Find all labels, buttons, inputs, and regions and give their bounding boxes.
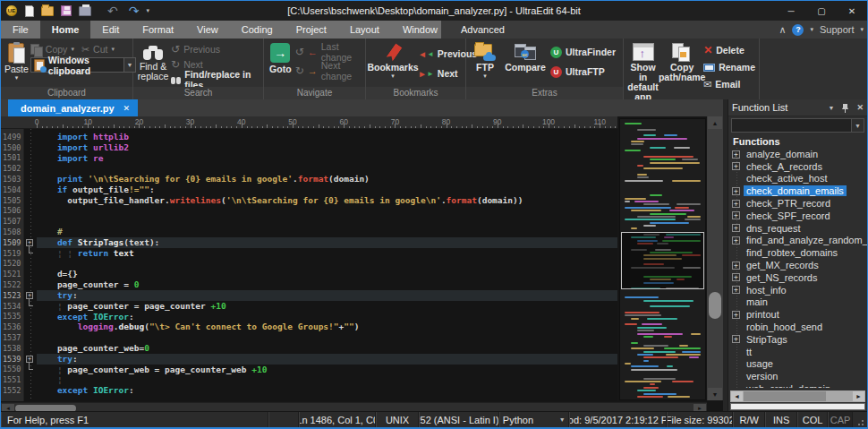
panel-scroll-left-icon[interactable]: ◄ bbox=[731, 391, 743, 401]
next-change-button[interactable]: ↻ → Next change bbox=[295, 64, 362, 78]
function-list-item[interactable]: +dns_request bbox=[728, 222, 867, 235]
function-list-item[interactable]: version bbox=[728, 370, 867, 382]
code-line[interactable]: 1509+ def StripTags(text): bbox=[1, 237, 617, 248]
function-name[interactable]: StripTags bbox=[744, 334, 790, 345]
function-list-item[interactable]: +check_SPF_record bbox=[728, 210, 867, 222]
close-button[interactable]: ✕ bbox=[837, 1, 867, 21]
function-list-item[interactable]: main bbox=[728, 296, 867, 309]
code-area[interactable]: 1499 import httplib1500 import urllib215… bbox=[1, 129, 617, 401]
function-filter-dropdown-icon[interactable]: ▼ bbox=[851, 119, 864, 132]
panel-footer-field[interactable] bbox=[730, 403, 865, 410]
function-name[interactable]: check_SPF_record bbox=[744, 210, 833, 221]
open-file-icon[interactable] bbox=[41, 6, 54, 16]
pin-icon[interactable] bbox=[841, 103, 849, 113]
rename-file-button[interactable]: Rename bbox=[703, 60, 755, 74]
status-caret-position[interactable]: Ln 1486, Col 1, C0 bbox=[299, 412, 376, 427]
code-text[interactable]: page_counter_web=0 bbox=[37, 343, 617, 354]
find-replace-button[interactable]: Find & replace bbox=[137, 41, 169, 82]
help-icon[interactable]: ? bbox=[792, 24, 804, 36]
support-dropdown-icon[interactable]: ▾ bbox=[860, 26, 864, 33]
code-text[interactable]: ¦ page_counter = page_counter +10 bbox=[37, 301, 617, 312]
ultrafinder-button[interactable]: U UltraFinder bbox=[550, 45, 616, 59]
paste-button[interactable]: Paste ▾ bbox=[4, 41, 29, 80]
code-text[interactable]: page_counter = 0 bbox=[37, 279, 617, 290]
status-line-ending[interactable]: UNIX bbox=[376, 412, 419, 427]
tree-expand-icon[interactable]: + bbox=[732, 224, 740, 232]
code-line[interactable]: 1537 bbox=[1, 332, 617, 343]
code-text[interactable]: try: bbox=[37, 354, 617, 365]
tree-expand-icon[interactable]: + bbox=[732, 286, 740, 294]
function-list-item[interactable]: usage bbox=[728, 358, 867, 371]
fold-expand-icon[interactable]: + bbox=[26, 239, 33, 246]
function-name[interactable]: check_domain_emails bbox=[744, 185, 847, 196]
minimap-viewport[interactable] bbox=[621, 232, 704, 289]
code-text[interactable]: d={} bbox=[37, 269, 617, 279]
code-text[interactable]: import urllib2 bbox=[37, 142, 617, 153]
menu-item-edit[interactable]: Edit bbox=[90, 21, 131, 39]
windows-clipboard-dropdown-icon[interactable]: ▼ bbox=[123, 58, 135, 72]
code-line[interactable]: 1504 if output_file!="": bbox=[1, 184, 617, 195]
tree-expand-icon[interactable]: + bbox=[732, 162, 740, 170]
redo-icon[interactable]: ↷ bbox=[129, 4, 140, 17]
function-name[interactable]: dns_request bbox=[744, 223, 804, 234]
tree-expand-icon[interactable]: + bbox=[732, 273, 740, 281]
menu-item-format[interactable]: Format bbox=[131, 21, 185, 39]
code-text[interactable]: # bbox=[37, 227, 617, 237]
function-name[interactable]: check_active_host bbox=[744, 173, 830, 184]
resize-grip[interactable] bbox=[853, 412, 867, 427]
code-line[interactable]: 1502 bbox=[1, 163, 617, 174]
compare-button[interactable]: uc Compare bbox=[502, 41, 549, 73]
vertical-scrollbar-thumb[interactable] bbox=[709, 292, 721, 319]
function-list-item[interactable]: +analyze_domain bbox=[728, 148, 867, 160]
status-read-write[interactable]: R/W bbox=[733, 412, 765, 427]
fold-expand-icon[interactable]: + bbox=[26, 292, 33, 299]
code-text[interactable]: try: bbox=[37, 290, 617, 301]
menu-item-advanced[interactable]: Advanced bbox=[449, 21, 516, 39]
menu-item-view[interactable]: View bbox=[185, 21, 230, 39]
code-line[interactable]: 1506 bbox=[1, 206, 617, 217]
code-text[interactable]: except IOError: bbox=[37, 312, 617, 322]
show-in-default-app-button[interactable]: Show in default app bbox=[625, 41, 660, 102]
function-list-item[interactable]: find_robtex_domains bbox=[728, 246, 867, 259]
status-syntax-language[interactable]: Python▼ bbox=[499, 412, 569, 427]
function-name[interactable]: usage bbox=[744, 358, 776, 369]
tree-root[interactable]: Functions bbox=[728, 135, 867, 148]
function-list-item[interactable]: +check_A_records bbox=[728, 160, 867, 173]
code-line[interactable]: 1508 # bbox=[1, 227, 617, 237]
function-name[interactable]: robin_hood_send bbox=[744, 322, 825, 332]
code-line[interactable]: 1550 ¦ page_counter_web = page_counter_w… bbox=[1, 365, 617, 375]
code-line[interactable]: 1500 import urllib2 bbox=[1, 142, 617, 153]
code-line[interactable]: 1507 bbox=[1, 216, 617, 227]
code-line[interactable]: 1539+ try: bbox=[1, 354, 617, 365]
fold-expand-icon[interactable]: + bbox=[26, 356, 33, 363]
code-text[interactable]: output_file_handler.writelines('\n\tSear… bbox=[37, 195, 617, 206]
code-line[interactable]: 1534 ¦ page_counter = page_counter +10 bbox=[1, 301, 617, 312]
qat-customize-icon[interactable]: ▾ bbox=[146, 7, 149, 14]
app-logo-icon[interactable]: UE bbox=[5, 4, 18, 17]
function-list-item[interactable]: web_crawl_domain bbox=[728, 382, 867, 388]
tree-expand-icon[interactable]: + bbox=[732, 211, 740, 219]
tree-expand-icon[interactable]: + bbox=[732, 335, 740, 343]
function-list-item[interactable]: +printout bbox=[728, 308, 867, 321]
status-caps-lock[interactable]: CAP bbox=[828, 412, 853, 427]
menu-item-coding[interactable]: Coding bbox=[230, 21, 285, 39]
bookmarks-button[interactable]: Bookmarks ▾ bbox=[370, 41, 416, 78]
code-line[interactable]: 1503 print '\n\tSearching for {0} emails… bbox=[1, 174, 617, 184]
status-encoding[interactable]: 1252 (ANSI - Latin I)▼ bbox=[419, 412, 499, 427]
function-list-item[interactable]: +check_domain_emails bbox=[728, 184, 867, 197]
code-line[interactable]: 1523+ try: bbox=[1, 290, 617, 301]
function-name[interactable]: printout bbox=[744, 309, 782, 320]
tree-expand-icon[interactable]: + bbox=[732, 150, 740, 159]
email-file-button[interactable]: ✉ Email bbox=[703, 77, 755, 91]
maximize-button[interactable]: ▢ bbox=[806, 1, 837, 21]
menu-item-window[interactable]: Window bbox=[391, 21, 449, 39]
scroll-down-icon[interactable]: ▼ bbox=[708, 388, 722, 400]
code-line[interactable]: 1520 bbox=[1, 259, 617, 270]
code-line[interactable]: 1499 import httplib bbox=[1, 132, 617, 142]
code-text[interactable]: ¦ page_counter_web = page_counter_web +1… bbox=[37, 365, 617, 375]
tab-close-icon[interactable]: ✕ bbox=[123, 104, 131, 113]
menu-item-layout[interactable]: Layout bbox=[338, 21, 391, 39]
function-name[interactable]: version bbox=[744, 371, 780, 382]
ribbon-collapse-icon[interactable]: ∧ bbox=[779, 24, 786, 36]
code-line[interactable]: 1536 logging.debug("\t> Can't connect to… bbox=[1, 322, 617, 332]
